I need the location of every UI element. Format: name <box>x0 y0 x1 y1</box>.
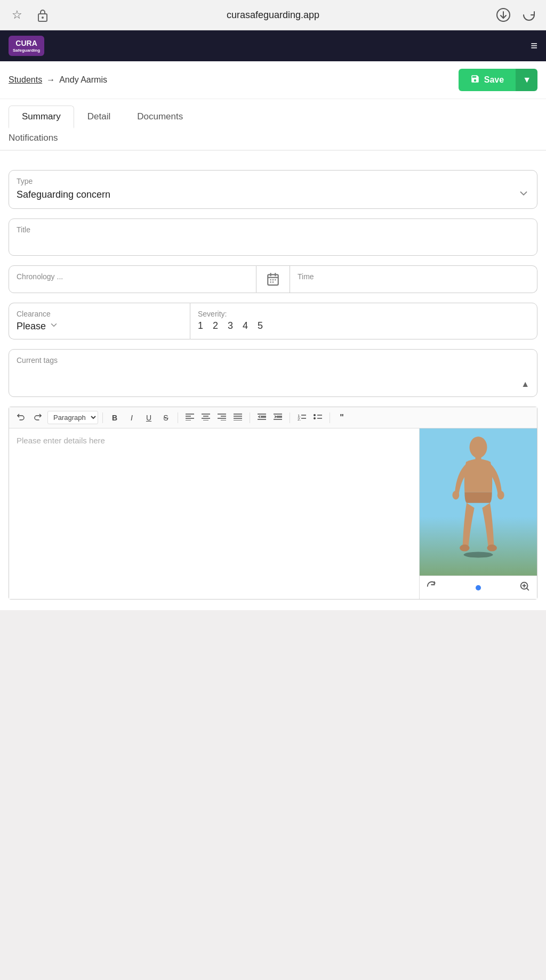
ordered-list-button[interactable]: 1.2. <box>294 411 309 424</box>
tab-documents[interactable]: Documents <box>124 106 196 128</box>
rte-body[interactable]: Please enter details here <box>9 428 420 599</box>
main-content: Type Safeguarding concern Title Chronolo… <box>0 151 546 610</box>
dot-indicator-group <box>476 585 481 590</box>
severity-1[interactable]: 1 <box>198 320 203 331</box>
body-figure-svg <box>449 433 508 571</box>
body-model-panel <box>420 428 537 599</box>
student-name: Andy Aarmis <box>59 75 107 85</box>
severity-2[interactable]: 2 <box>213 320 218 331</box>
body-zoom-button[interactable] <box>519 580 531 595</box>
body-rotate-button[interactable] <box>426 580 438 595</box>
calendar-button[interactable] <box>256 265 290 293</box>
star-icon[interactable]: ☆ <box>9 6 26 23</box>
italic-button[interactable]: I <box>124 411 139 424</box>
breadcrumb-bar: Students → Andy Aarmis Save ▼ <box>0 61 546 99</box>
download-icon[interactable] <box>495 6 512 23</box>
dot-indicator <box>476 585 481 590</box>
align-icons-group <box>182 411 245 424</box>
svg-point-43 <box>452 491 459 500</box>
clearance-field[interactable]: Clearance Please <box>9 303 190 339</box>
svg-point-41 <box>470 437 487 458</box>
students-link[interactable]: Students <box>9 75 42 85</box>
tab-detail[interactable]: Detail <box>74 106 124 128</box>
svg-text:2.: 2. <box>298 417 301 420</box>
title-field[interactable]: Title <box>9 218 537 256</box>
save-dropdown-button[interactable]: ▼ <box>516 69 537 91</box>
undo-button[interactable] <box>13 410 28 425</box>
browser-chrome: ☆ curasafeguarding.app <box>0 0 546 30</box>
editor-model-row: Please enter details here <box>9 428 537 599</box>
url-bar[interactable]: curasafeguarding.app <box>227 10 319 21</box>
app-header: CURA Safeguarding ≡ <box>0 30 546 61</box>
breadcrumb-arrow: → <box>46 75 55 85</box>
severity-field: Severity: 1 2 3 4 5 <box>190 303 537 339</box>
bold-button[interactable]: B <box>107 411 122 424</box>
unordered-list-button[interactable] <box>310 411 325 424</box>
svg-rect-8 <box>272 282 274 283</box>
body-model-canvas[interactable] <box>420 428 537 576</box>
chronology-field[interactable]: Chronology ... <box>9 265 256 293</box>
quote-button[interactable]: " <box>334 411 349 425</box>
align-center-button[interactable] <box>198 411 213 424</box>
hamburger-menu[interactable]: ≡ <box>531 39 537 53</box>
toolbar-divider-1 <box>102 412 103 423</box>
svg-point-44 <box>497 491 504 500</box>
clearance-chevron-icon <box>49 320 59 333</box>
save-button[interactable]: Save <box>459 69 516 91</box>
tab-notifications[interactable]: Notifications <box>9 127 537 150</box>
tab-summary[interactable]: Summary <box>9 106 74 128</box>
save-icon <box>470 74 480 86</box>
align-left-button[interactable] <box>182 411 197 424</box>
align-right-button[interactable] <box>214 411 229 424</box>
lock-icon <box>34 6 51 23</box>
clearance-severity-row: Clearance Please Severity: 1 2 3 4 5 <box>9 303 537 339</box>
breadcrumb: Students → Andy Aarmis <box>9 75 107 85</box>
tags-expand-icon[interactable]: ▲ <box>521 379 529 389</box>
severity-label: Severity: <box>198 310 529 318</box>
svg-rect-5 <box>272 279 274 280</box>
chronology-label: Chronology ... <box>17 272 248 281</box>
clearance-value: Please <box>17 321 46 332</box>
refresh-icon[interactable] <box>520 6 537 23</box>
type-chevron-icon <box>518 188 529 202</box>
rte-container: Paragraph B I U S <box>9 407 537 600</box>
redo-button[interactable] <box>30 410 45 425</box>
svg-rect-6 <box>275 279 276 280</box>
severity-4[interactable]: 4 <box>243 320 248 331</box>
chronology-time-row: Chronology ... Time <box>9 265 537 293</box>
title-input[interactable] <box>17 238 529 248</box>
strikethrough-button[interactable]: S <box>158 411 173 424</box>
time-label: Time <box>298 272 529 281</box>
chevron-down-icon: ▼ <box>523 75 531 84</box>
svg-point-37 <box>314 414 316 416</box>
svg-point-1 <box>42 17 44 19</box>
tags-field[interactable]: Current tags ▲ <box>9 349 537 397</box>
rte-toolbar: Paragraph B I U S <box>9 407 537 428</box>
severity-5[interactable]: 5 <box>258 320 263 331</box>
type-label: Type <box>17 177 529 185</box>
title-label: Title <box>17 225 529 234</box>
type-field[interactable]: Type Safeguarding concern <box>9 170 537 209</box>
body-model-controls <box>420 576 537 599</box>
indent-icons-group <box>254 411 285 424</box>
svg-point-39 <box>314 417 316 419</box>
app-logo: CURA Safeguarding <box>9 36 44 56</box>
svg-rect-4 <box>270 279 271 280</box>
clearance-label: Clearance <box>17 310 182 318</box>
svg-point-47 <box>464 552 493 558</box>
save-button-group: Save ▼ <box>459 69 537 91</box>
svg-rect-7 <box>270 282 271 283</box>
severity-3[interactable]: 3 <box>228 320 233 331</box>
align-justify-button[interactable] <box>230 411 245 424</box>
toolbar-divider-2 <box>178 412 178 423</box>
indent-in-button[interactable] <box>270 411 285 424</box>
toolbar-divider-3 <box>250 412 250 423</box>
severity-numbers: 1 2 3 4 5 <box>198 320 529 331</box>
toolbar-divider-5 <box>330 412 330 423</box>
svg-point-45 <box>460 545 469 552</box>
toolbar-divider-4 <box>290 412 290 423</box>
paragraph-select[interactable]: Paragraph <box>47 411 98 424</box>
time-field[interactable]: Time <box>290 265 537 293</box>
indent-out-button[interactable] <box>254 411 269 424</box>
underline-button[interactable]: U <box>141 411 156 424</box>
